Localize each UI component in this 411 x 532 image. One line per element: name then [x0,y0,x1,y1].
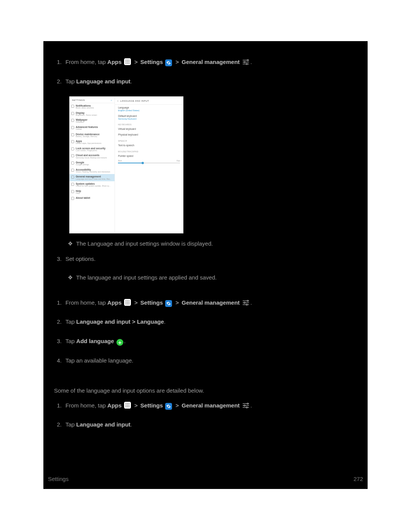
add-plus-icon: ＋ [116,339,123,346]
svg-point-17 [246,407,247,408]
sidebar-item-subtitle: Default apps, App permissions [76,142,102,145]
sidebar-item-icon [71,133,74,136]
step-2-2: 2. Tap Language and input > Language. [54,318,358,326]
sidebar-item-subtitle: Help [76,192,81,195]
svg-point-1 [247,59,248,61]
sidebar-item: Cloud and accountsSamsung Cloud, Backup … [70,153,115,160]
footer-page-number: 272 [354,476,363,482]
svg-point-11 [246,304,247,305]
sidebar-item: Device maintenanceBattery, Storage, Memo… [70,132,115,139]
sidebar-item-icon [71,119,74,122]
sidebar-item: Lock screen and securityLock screen, Fin… [70,146,115,153]
sidebar-item-subtitle: Samsung Cloud, Backup and restore [76,157,107,159]
sidebar-item: GoogleGoogle settings [70,160,115,167]
pointer-speed-slider-thumb [142,162,144,164]
step-number: 1. [54,58,65,67]
step-number: 4. [54,356,65,365]
step-2-4: 4. Tap an available language. [54,356,358,365]
svg-point-5 [246,63,247,64]
sidebar-item-icon [71,147,74,150]
settings-gear-icon [165,403,172,410]
sidebar-item-icon [71,197,74,200]
step-number: 2. [54,420,65,429]
sidebar-item-subtitle: Games [76,128,98,131]
step-3-2: 2. Tap Language and input. [54,420,358,429]
step-text: Set options. [65,255,358,264]
svg-point-13 [247,403,248,404]
sidebar-item-subtitle: Vision, Hearing, Dexterity and interacti… [76,171,110,173]
settings-gear-icon [165,59,172,66]
result-text: The Language and input settings window i… [76,240,213,247]
sidebar-item-icon [71,154,74,157]
step-number: 1. [54,401,65,410]
diamond-bullet-icon: ❖ [68,274,76,281]
sidebar-item-icon [71,126,74,129]
sidebar-item-icon [71,161,74,165]
step-text: From home, tap Apps > Settings > General… [65,299,358,307]
step-2-3: 3. Tap Add language ＋. [54,337,358,346]
apps-icon [124,58,131,65]
sidebar-item-icon [71,169,74,172]
settings-sidebar: SETTINGS ⌕ NotificationsBlock, allow, pr… [70,97,115,233]
step-number: 3. [54,255,65,264]
sidebar-item-title: About tablet [76,197,90,199]
sidebar-item-subtitle: Battery, Storage, Memory [76,136,100,138]
sidebar-item-subtitle: Block, allow, prioritize [76,107,94,109]
pane-title: LANGUAGE AND INPUT [120,100,149,102]
sidebar-item-subtitle: Brightness, Home screen [76,114,97,117]
step-3-1: 1. From home, tap Apps > Settings > Gene… [54,401,358,410]
sidebar-item: HelpHelp [70,189,115,196]
general-management-sliders-icon [242,402,250,409]
sidebar-item-icon [71,140,74,143]
step-text: From home, tap Apps > Settings > General… [65,401,358,410]
sidebar-item: General managementLanguage and input, Da… [70,174,115,181]
step-1-1: 1. From home, tap Apps > Settings > Gene… [54,58,358,67]
sidebar-item-subtitle: Language and input, Date and time, Res.. [76,178,111,181]
step-1-3-result: ❖ The language and input settings are ap… [54,274,358,281]
step-text: Tap Language and input. [65,77,358,86]
document-page: 1. From home, tap Apps > Settings > Gene… [43,41,368,489]
settings-gear-icon [165,300,172,307]
sidebar-item-subtitle: Wallpaper [76,121,88,123]
sidebar-item-icon [71,190,74,193]
step-1-2-result: ❖ The Language and input settings window… [54,240,358,247]
svg-point-9 [244,302,245,303]
step-number: 2. [54,77,65,86]
result-text: The language and input settings are appl… [76,274,217,281]
step-2-1: 1. From home, tap Apps > Settings > Gene… [54,299,358,307]
embedded-screenshot: SETTINGS ⌕ NotificationsBlock, allow, pr… [69,96,183,233]
sidebar-item: DisplayBrightness, Home screen [70,110,115,118]
sidebar-item-icon [71,183,74,186]
sidebar-item-icon [71,176,74,179]
footer-section: Settings [48,476,68,482]
step-1-2: 2. Tap Language and input. [54,77,358,86]
page-footer: Settings 272 [43,476,368,482]
svg-point-15 [244,405,245,406]
sidebar-item-subtitle: Check for new system update, Show sy... [76,185,110,187]
svg-point-3 [244,61,245,62]
sidebar-item: About tablet [70,195,115,201]
apps-icon [124,402,131,409]
general-management-sliders-icon [242,59,250,66]
step-number: 1. [54,299,65,307]
svg-point-7 [247,300,248,301]
settings-header-label: SETTINGS [72,99,85,101]
overview-intro: Some of the language and input options a… [54,387,358,394]
back-chevron-icon: ‹ [117,99,119,103]
sidebar-item-subtitle: Lock screen, Fingerprints [76,150,105,152]
step-number: 3. [54,337,65,346]
sidebar-item: System updatesCheck for new system updat… [70,181,115,189]
search-icon: ⌕ [111,99,113,101]
sidebar-item-icon [71,105,74,108]
settings-detail-pane: ‹ LANGUAGE AND INPUT LanguageEnglish (Un… [115,97,183,233]
sidebar-item-icon [71,112,74,115]
sidebar-item: NotificationsBlock, allow, prioritize [70,103,115,110]
sidebar-item: AccessibilityVision, Hearing, Dexterity … [70,167,115,174]
general-management-sliders-icon [242,299,250,306]
step-1-3: 3. Set options. [54,255,358,264]
apps-icon [124,299,131,306]
sidebar-item: WallpaperWallpaper [70,117,115,125]
sidebar-item: Advanced featuresGames [70,125,115,132]
sidebar-item: AppsDefault apps, App permissions [70,139,115,146]
diamond-bullet-icon: ❖ [68,240,76,247]
